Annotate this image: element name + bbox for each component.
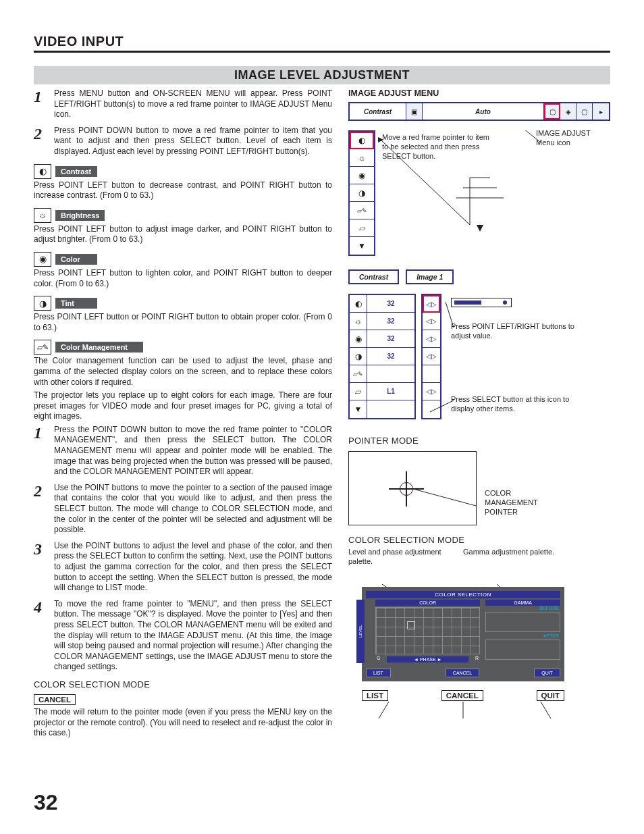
cs-level-phase-grid — [375, 607, 480, 654]
brightness-icon: ☼ — [34, 208, 51, 223]
osd-row-tint-icon: ◑ — [350, 184, 374, 202]
osd-row-cm-icon: ▱✎ — [350, 202, 374, 219]
csm-cancel-desc: The mode will return to the pointer mode… — [34, 707, 332, 739]
adj-brightness-icon: ☼ — [350, 313, 367, 330]
contrast-icon: ◐ — [34, 164, 51, 179]
param-brightness: ☼ Brightness — [34, 208, 332, 223]
osd-setting-icon: ◈ — [560, 103, 576, 120]
cs-after-swatch — [485, 640, 560, 660]
param-tint: ◑ Tint — [34, 296, 332, 311]
cm-step: 1 Press the POINT DOWN button to move th… — [34, 425, 332, 477]
adj-cm-icon: ▱✎ — [350, 365, 367, 382]
cs-before-label: BEFORE — [485, 606, 560, 610]
osd-next-icon: ▸ — [593, 103, 609, 120]
adj-val: L1 — [367, 388, 414, 395]
step-text: To move the red frame pointer to "MENU",… — [54, 599, 332, 673]
param-desc: Press POINT LEFT button to adjust image … — [34, 224, 332, 245]
step-number: 3 — [34, 541, 47, 594]
cs-g: G — [377, 656, 380, 663]
adj-val: 32 — [367, 300, 414, 307]
svg-marker-7 — [477, 225, 483, 232]
adj-contrast-icon: ◐ — [350, 295, 367, 312]
param-desc: The Color management function can be use… — [34, 356, 332, 388]
param-desc: Press POINT LEFT button to decrease cont… — [34, 180, 332, 201]
step-number: 2 — [34, 483, 47, 536]
adj-tint-icon: ◑ — [350, 348, 367, 365]
param-desc: Press POINT LEFT button or POINT RIGHT b… — [34, 312, 332, 333]
note-select-other: Press SELECT button at this icon to disp… — [451, 395, 586, 414]
adj-val: 32 — [367, 335, 414, 342]
level-phase-label: Level and phase adjustment palette. — [348, 548, 443, 567]
step-text: Press MENU button and ON-SCREEN MENU wil… — [54, 88, 332, 120]
adj-down-icon: ▼ — [350, 400, 367, 418]
adj-color-icon: ◉ — [350, 330, 367, 347]
pointer-mode-heading: POINTER MODE — [348, 436, 610, 446]
osd-tag-image1: Image 1 — [406, 269, 454, 284]
osd-contrast-tab: Contrast — [350, 103, 406, 120]
param-label: Contrast — [55, 166, 97, 177]
cs-r: R — [475, 656, 479, 663]
cs-gamma-label: GAMMA — [485, 600, 560, 606]
note-adjust-value: Press POINT LEFT/RIGHT buttons to adjust… — [451, 322, 579, 341]
step-text: Use the POINT buttons to move the pointe… — [54, 483, 332, 536]
page-number: 32 — [34, 790, 58, 815]
svg-line-10 — [413, 489, 476, 506]
osd-row-auto-icon: ▱ — [350, 219, 374, 237]
cancel-label-box-right: CANCEL — [441, 690, 483, 701]
param-color-management: ▱✎ Color Management — [34, 340, 332, 355]
intro-step: 1 Press MENU button and ON-SCREEN MENU w… — [34, 88, 332, 120]
step-number: 2 — [34, 126, 47, 157]
page-title-band: IMAGE LEVEL ADJUSTMENT — [34, 66, 610, 84]
osd-tag-contrast: Contrast — [348, 269, 399, 284]
osd-lr-arrows: ◁▷ ◁▷ ◁▷ ◁▷ ◁▷ — [421, 294, 441, 419]
color-icon: ◉ — [34, 252, 51, 267]
gamma-label: Gamma adjustment palette. — [463, 548, 558, 567]
param-contrast: ◐ Contrast — [34, 164, 332, 179]
color-selection-panel: COLOR SELECTION COLOR LEVEL G ◄ PHASE ► … — [362, 587, 564, 681]
cs-list-button[interactable]: LIST — [366, 669, 391, 677]
cs-level-axis: LEVEL — [356, 600, 365, 663]
image-adjust-menu-title: IMAGE ADJUST MENU — [348, 88, 610, 98]
param-color: ◉ Color — [34, 252, 332, 267]
param-label: Brightness — [55, 210, 105, 221]
param-desc: Press POINT LEFT button to lighten color… — [34, 268, 332, 289]
svg-line-13 — [379, 702, 389, 719]
step-number: 1 — [34, 88, 47, 120]
image-adjust-icon-label: IMAGE ADJUST Menu icon — [536, 121, 610, 148]
osd-row-brightness-icon: ☼ — [350, 149, 374, 167]
color-selection-mode-heading: COLOR SELECTION MODE — [348, 535, 610, 545]
intro-step: 2 Press POINT DOWN button to move a red … — [34, 126, 332, 157]
color-management-icon: ▱✎ — [34, 340, 51, 355]
osd-image-adjust-icon: ▢ — [544, 103, 560, 120]
pointer-panel — [348, 451, 477, 525]
crosshair-icon — [393, 475, 420, 502]
section-header: VIDEO INPUT — [34, 34, 610, 53]
cm-step: 2 Use the POINT buttons to move the poin… — [34, 483, 332, 536]
cancel-label-box: CANCEL — [34, 694, 76, 705]
quit-label-box: QUIT — [537, 690, 564, 701]
note-move-pointer: Move a red frame pointer to item to be s… — [382, 133, 490, 161]
osd-row-down-icon: ▼ — [350, 237, 374, 255]
cs-after-label: AFTER — [485, 633, 560, 638]
left-column: 1 Press MENU button and ON-SCREEN MENU w… — [34, 88, 332, 741]
cs-title: COLOR SELECTION — [366, 591, 560, 598]
svg-line-15 — [541, 702, 551, 719]
csm-heading: COLOR SELECTION MODE — [34, 679, 332, 689]
step-text: Press the POINT DOWN button to move the … — [54, 425, 332, 477]
adj-val: 32 — [367, 353, 414, 360]
cs-color-label: COLOR — [375, 600, 480, 606]
osd-row-color-icon: ◉ — [350, 167, 374, 184]
cs-phase-axis: ◄ PHASE ► — [387, 656, 468, 662]
tint-icon: ◑ — [34, 296, 51, 311]
osd-status-pair: Contrast Image 1 — [348, 269, 610, 284]
cs-cancel-button[interactable]: CANCEL — [446, 669, 479, 677]
slider-indicator — [451, 298, 512, 307]
step-number: 4 — [34, 599, 47, 673]
osd-item-column: ◐ ☼ ◉ ◑ ▱✎ ▱ ▼ — [348, 130, 375, 256]
cs-quit-button[interactable]: QUIT — [534, 669, 560, 677]
osd-topbar: Contrast ▣ Auto ▢ ◈ ▢ ▸ — [348, 102, 610, 121]
pointer-label: COLOR MANAGEMENT POINTER — [485, 448, 566, 517]
cm-step: 3 Use the POINT buttons to adjust the le… — [34, 541, 332, 594]
param-desc: The projector lets you replace up to eig… — [34, 390, 332, 422]
osd-row-contrast-icon: ◐ — [350, 132, 374, 149]
